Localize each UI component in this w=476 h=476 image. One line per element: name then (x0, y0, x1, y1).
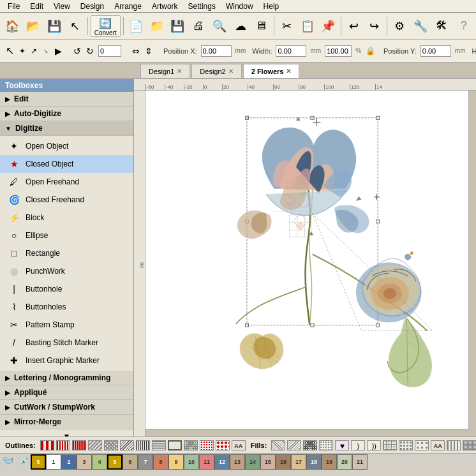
tool-buttonholes[interactable]: ⌇ Buttonholes (0, 298, 133, 316)
tab-2flowers[interactable]: 2 Flowers ✕ (243, 64, 300, 78)
tb-new[interactable]: 🏠 (3, 15, 22, 37)
tb-travel[interactable]: ▶ (54, 40, 63, 62)
stitch-fill1[interactable] (136, 440, 150, 450)
tool-block[interactable]: ⚡ Block (0, 209, 133, 227)
pos-y-input[interactable] (420, 45, 451, 57)
tb-redo[interactable]: ↪ (364, 15, 384, 37)
tool-ellipse[interactable]: ○ Ellipse (0, 227, 133, 244)
tb-select-tool[interactable]: ↖ (5, 40, 15, 62)
fill-lines[interactable] (447, 440, 461, 450)
color-swatch-10[interactable]: 10 (184, 454, 199, 470)
stitch-double[interactable] (56, 440, 70, 450)
fill-cross1[interactable] (303, 440, 317, 450)
tb-settings3[interactable]: 🛠 (432, 15, 452, 37)
fill-dot[interactable] (319, 440, 333, 450)
tb-arrow-select[interactable]: ↖ (65, 15, 85, 37)
tb-file2[interactable]: 📄 (126, 15, 146, 37)
palette-tool-eyedrop[interactable]: 💉 (15, 454, 31, 470)
tb-machine[interactable]: 🖥 (251, 15, 271, 37)
width-input[interactable] (276, 45, 306, 57)
tb-reshape[interactable]: ↗ (30, 40, 38, 62)
tb-transform[interactable]: → (35, 40, 57, 62)
palette-tool-needle[interactable]: 🪡 (0, 454, 15, 470)
fill-curl2[interactable]: )) (367, 440, 381, 450)
color-swatch-17[interactable]: 17 (291, 454, 306, 470)
fill-diag2[interactable] (287, 440, 301, 450)
tb-help[interactable]: ? (454, 15, 473, 37)
toolbox-scroll-down[interactable]: ▼ (0, 429, 133, 436)
tool-open-freehand[interactable]: 🖊 Open Freehand (0, 173, 133, 191)
menu-design[interactable]: Design (75, 0, 109, 12)
color-swatch-18[interactable]: 18 (306, 454, 322, 470)
vscroll[interactable] (468, 91, 476, 429)
tb-print[interactable]: 🖨 (189, 15, 209, 37)
menu-view[interactable]: View (48, 0, 75, 12)
tool-insert-graphic[interactable]: ✚ Insert Graphic Marker (0, 352, 133, 369)
stitch-wave[interactable] (88, 440, 102, 450)
fill-dotlarge[interactable] (415, 440, 429, 450)
tb-cloud[interactable]: ☁ (230, 15, 250, 37)
tb-settings2[interactable]: 🔧 (411, 15, 431, 37)
menu-file[interactable]: File (3, 0, 25, 12)
tab-design1-close[interactable]: ✕ (177, 68, 182, 75)
design-canvas[interactable] (145, 91, 468, 429)
stitch-triple[interactable] (72, 440, 86, 450)
stitch-xxx[interactable] (184, 440, 198, 450)
color-swatch-4[interactable]: 4 (92, 454, 107, 470)
menu-window[interactable]: Window (221, 0, 258, 12)
tb-paste[interactable]: 📌 (318, 15, 338, 37)
color-swatch-6[interactable]: 6 (123, 454, 138, 470)
tb-save2[interactable]: 💾 (168, 15, 188, 37)
fill-grid1[interactable] (383, 440, 397, 450)
section-autodigitize-header[interactable]: ▶ Auto-Digitize (0, 107, 133, 121)
tb-folder[interactable]: 📁 (147, 15, 167, 37)
tab-design1[interactable]: Design1 ✕ (140, 64, 190, 78)
width-pct-input[interactable] (325, 45, 352, 57)
menu-artwork[interactable]: Artwork (147, 0, 183, 12)
fill-heart[interactable]: ♥ (335, 440, 349, 450)
tool-buttonhole[interactable]: | Buttonhole (0, 280, 133, 298)
tb-mirror-h[interactable]: ⇔ (131, 40, 140, 62)
tab-design2[interactable]: Design2 ✕ (191, 64, 241, 78)
color-swatch-1[interactable]: 1 (46, 454, 61, 470)
tb-undo[interactable]: ↩ (344, 15, 364, 37)
menu-arrange[interactable]: Arrange (109, 0, 147, 12)
tb-save[interactable]: 💾 (44, 15, 64, 37)
color-swatch-3[interactable]: 3 (77, 454, 92, 470)
convert-button[interactable]: 🔄 Convert (91, 15, 121, 37)
tb-settings1[interactable]: ⚙ (390, 15, 410, 37)
section-cutwork-header[interactable]: ▶ CutWork / StumpWork (0, 400, 133, 415)
tool-pattern-stamp[interactable]: ✂ Pattern Stamp (0, 316, 133, 334)
color-swatch-15[interactable]: 15 (260, 454, 276, 470)
color-swatch-5a[interactable]: 5 (31, 454, 46, 470)
section-edit-header[interactable]: ▶ Edit (0, 92, 133, 107)
fill-aa2[interactable]: AA (431, 440, 445, 450)
color-swatch-12[interactable]: 12 (214, 454, 230, 470)
color-swatch-5b[interactable]: 5 (107, 454, 123, 470)
stitch-zigzag[interactable] (120, 440, 134, 450)
pos-x-input[interactable] (201, 45, 232, 57)
stitch-aa[interactable]: AA (232, 440, 246, 450)
color-swatch-8[interactable]: 8 (153, 454, 168, 470)
stitch-dots1[interactable] (200, 440, 214, 450)
fill-diag1[interactable] (271, 440, 285, 450)
section-mirror-merge-header[interactable]: ▶ Mirror-Merge (0, 415, 133, 429)
tb-lock[interactable]: 🔒 (365, 40, 376, 62)
section-digitize-header[interactable]: ▼ Digitize (0, 121, 133, 136)
canvas-content[interactable] (145, 91, 468, 429)
stitch-cross[interactable] (104, 440, 118, 450)
tool-closed-object[interactable]: ★ Closed Object (0, 155, 133, 173)
tool-punchwork[interactable]: ◎ PunchWork (0, 262, 133, 280)
section-applique-header[interactable]: ▶ Appliqué (0, 385, 133, 400)
color-swatch-11[interactable]: 11 (199, 454, 214, 470)
color-swatch-21[interactable]: 21 (352, 454, 368, 470)
tb-mirror-v[interactable]: ⇕ (144, 40, 153, 62)
tb-rotate-l[interactable]: ↺ (73, 40, 82, 62)
menu-edit[interactable]: Edit (25, 0, 48, 12)
fill-dense[interactable] (463, 440, 476, 450)
tb-copy[interactable]: 📋 (297, 15, 317, 37)
tb-zoom[interactable]: 🔍 (210, 15, 230, 37)
tb-cut[interactable]: ✂ (277, 15, 297, 37)
color-swatch-20[interactable]: 20 (337, 454, 352, 470)
color-swatch-13[interactable]: 13 (230, 454, 245, 470)
